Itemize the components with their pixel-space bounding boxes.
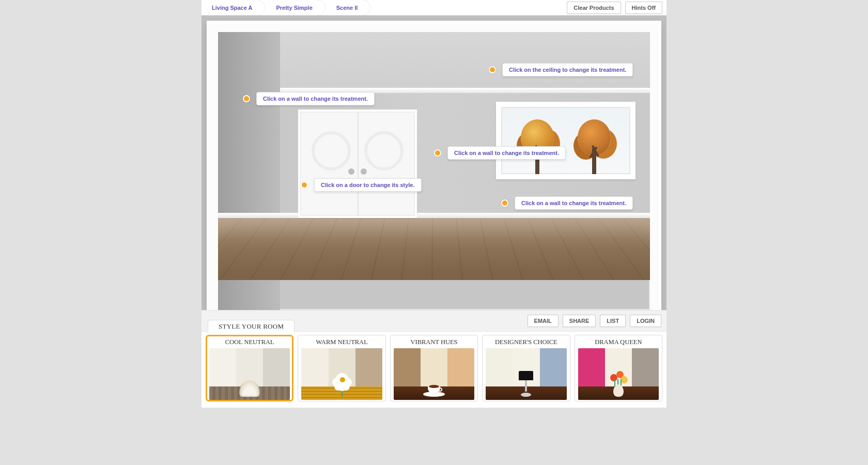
palette-swatch (301, 348, 382, 400)
hint-wall-right: Click on a wall to change its treatment. (501, 196, 633, 210)
hint-bubble: Click on a wall to change its treatment. (447, 146, 566, 160)
palette-title: COOL NEUTRAL (209, 338, 290, 346)
palette-title: WARM NEUTRAL (301, 338, 382, 346)
palette-cool-neutral[interactable]: COOL NEUTRAL (206, 335, 293, 401)
hint-dot-icon[interactable] (434, 149, 441, 157)
hint-dot-icon[interactable] (489, 66, 496, 73)
palette-list: COOL NEUTRALWARM NEUTRALVIBRANT HUESDESI… (202, 331, 667, 408)
vase-icon (608, 371, 629, 397)
hint-bubble: Click on a wall to change its treatment. (515, 196, 633, 210)
hint-dot-icon[interactable] (301, 181, 308, 189)
hint-bubble: Click on a wall to change its treatment. (256, 92, 375, 105)
breadcrumb: Living Space A Pretty Simple Scene II (203, 0, 372, 15)
hint-wall-mid: Click on a wall to change its treatment. (434, 146, 566, 160)
hint-bubble: Click on the ceiling to change its treat… (502, 63, 633, 76)
scene-viewport: Click on a wall to change its treatment.… (202, 16, 667, 310)
palette-drama-queen[interactable]: DRAMA QUEEN (575, 335, 662, 401)
palette-title: DESIGNER'S CHOICE (486, 338, 566, 346)
style-panel: STYLE YOUR ROOM COOL NEUTRALWARM NEUTRAL… (202, 331, 667, 408)
palette-swatch (486, 348, 566, 400)
hint-wall-left: Click on a wall to change its treatment. (243, 92, 375, 105)
flower-icon (332, 373, 352, 397)
hint-ceiling: Click on the ceiling to change its treat… (489, 63, 633, 76)
app-frame: Living Space A Pretty Simple Scene II Cl… (202, 0, 667, 408)
door-surface[interactable] (298, 110, 417, 218)
breadcrumb-scene[interactable]: Scene II (327, 0, 373, 15)
palette-warm-neutral[interactable]: WARM NEUTRAL (298, 335, 385, 401)
email-button[interactable]: EMAIL (528, 315, 559, 327)
palette-vibrant-hues[interactable]: VIBRANT HUES (390, 335, 478, 401)
palette-title: DRAMA QUEEN (578, 338, 659, 346)
palette-swatch (394, 348, 474, 400)
top-bar: Living Space A Pretty Simple Scene II Cl… (202, 0, 667, 16)
window (496, 102, 636, 179)
coffee-cup-icon (423, 382, 445, 397)
floor-surface[interactable] (207, 218, 661, 280)
palette-designers-choice[interactable]: DESIGNER'S CHOICE (482, 335, 570, 401)
breadcrumb-living-space[interactable]: Living Space A (203, 0, 267, 15)
palette-title: VIBRANT HUES (394, 338, 474, 346)
breadcrumb-pretty-simple[interactable]: Pretty Simple (267, 0, 327, 15)
ceiling-surface[interactable] (218, 32, 650, 91)
login-button[interactable]: LOGIN (630, 315, 661, 327)
palette-swatch (209, 348, 290, 400)
top-actions: Clear Products Hints Off (567, 0, 667, 15)
share-button[interactable]: SHARE (563, 315, 596, 327)
list-button[interactable]: LIST (600, 315, 626, 327)
style-your-room-tab[interactable]: STYLE YOUR ROOM (208, 320, 295, 333)
hint-bubble: Click on a door to change its style. (314, 178, 422, 192)
hint-dot-icon[interactable] (243, 95, 250, 102)
hint-dot-icon[interactable] (501, 199, 508, 207)
palette-swatch (578, 348, 659, 400)
shell-icon (239, 380, 260, 397)
hint-door: Click on a door to change its style. (301, 178, 422, 192)
lamp-icon (517, 371, 535, 397)
clear-products-button[interactable]: Clear Products (567, 2, 621, 14)
hints-toggle-button[interactable]: Hints Off (625, 2, 662, 14)
